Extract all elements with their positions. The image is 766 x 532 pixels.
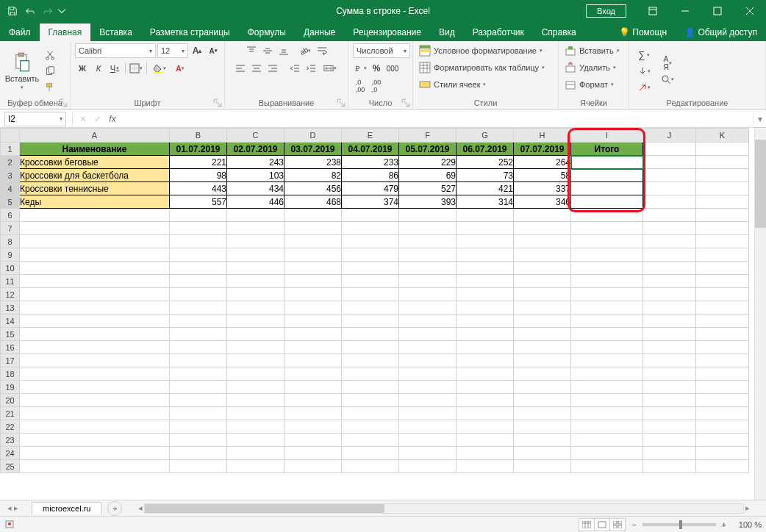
row-header[interactable]: 8 [1,235,20,248]
cell[interactable] [284,328,342,341]
cell[interactable] [342,341,399,354]
cell[interactable] [170,407,227,420]
cell[interactable] [643,301,696,314]
cell[interactable] [571,328,643,341]
cell[interactable] [571,354,643,367]
cell[interactable] [643,341,696,354]
cell[interactable] [571,262,643,275]
cell[interactable] [227,248,284,262]
cell[interactable] [399,301,457,314]
cell[interactable]: 346 [514,195,571,209]
cell[interactable] [457,381,514,394]
cell[interactable] [514,301,571,314]
cell[interactable] [457,341,514,354]
cell[interactable]: 02.07.2019 [227,143,284,156]
cell[interactable] [571,195,643,209]
cell[interactable] [571,288,643,301]
cell[interactable] [227,262,284,275]
cell[interactable] [170,394,227,407]
cell[interactable] [571,314,643,328]
cell[interactable] [696,169,749,182]
paste-button[interactable]: Вставить ▾ [4,47,40,96]
cell[interactable] [170,209,227,222]
cell[interactable] [20,235,170,248]
cell[interactable] [342,262,399,275]
cell[interactable] [399,447,457,460]
cell[interactable] [514,275,571,288]
zoom-out-icon[interactable]: − [631,520,636,529]
fx-icon[interactable]: fx [105,112,120,126]
cell[interactable] [227,407,284,420]
row-header[interactable]: 12 [1,288,20,301]
cell[interactable]: 86 [342,169,399,182]
row-header[interactable]: 11 [1,275,20,288]
cell[interactable]: 374 [342,195,399,209]
cell[interactable] [643,235,696,248]
cell[interactable] [399,275,457,288]
cell[interactable] [696,354,749,367]
cell[interactable] [399,367,457,381]
cell[interactable] [457,328,514,341]
italic-button[interactable]: К [91,61,106,76]
tab-data[interactable]: Данные [295,24,344,41]
number-format-combo[interactable]: Числовой▾ [353,43,410,58]
increase-indent-icon[interactable] [304,61,318,76]
align-left-icon[interactable] [233,61,248,76]
cell[interactable] [170,222,227,235]
cell[interactable] [696,460,749,473]
cell[interactable] [284,235,342,248]
cell[interactable] [514,314,571,328]
cell[interactable] [457,447,514,460]
cell[interactable] [399,394,457,407]
cell[interactable] [170,367,227,381]
cell[interactable] [696,367,749,381]
cell[interactable]: Наименование [20,143,170,156]
cell[interactable] [514,420,571,434]
cell[interactable] [696,328,749,341]
cell[interactable] [514,354,571,367]
row-header[interactable]: 25 [1,460,20,473]
increase-font-icon[interactable]: A▴ [190,43,204,58]
save-icon[interactable] [4,3,21,19]
cell[interactable] [514,407,571,420]
cell[interactable] [643,354,696,367]
cell[interactable] [571,394,643,407]
enter-formula-icon[interactable]: ✓ [90,112,105,126]
cell[interactable] [399,381,457,394]
cell[interactable]: 446 [227,195,284,209]
cell[interactable] [571,275,643,288]
zoom-in-icon[interactable]: + [722,520,726,529]
cell[interactable] [643,143,696,156]
cell[interactable]: 98 [170,169,227,182]
expand-formula-bar-icon[interactable]: ▾ [753,112,766,126]
cell[interactable] [284,262,342,275]
cell[interactable] [696,341,749,354]
cell[interactable]: 252 [457,156,514,169]
cell[interactable] [696,262,749,275]
page-break-view-icon[interactable] [609,518,626,531]
cell[interactable] [399,222,457,235]
cell[interactable] [514,447,571,460]
cell[interactable]: 103 [227,169,284,182]
horizontal-scrollbar[interactable]: ◂▸ [137,503,751,514]
dialog-launcher-icon[interactable] [401,98,410,107]
row-header[interactable]: 17 [1,354,20,367]
cell[interactable] [514,209,571,222]
cell[interactable] [696,209,749,222]
cell[interactable] [227,235,284,248]
cell[interactable] [457,354,514,367]
format-painter-icon[interactable] [43,80,57,95]
cell[interactable] [643,328,696,341]
cell[interactable] [696,182,749,195]
row-header[interactable]: 22 [1,420,20,434]
tab-help[interactable]: Справка [533,24,585,41]
cell[interactable] [457,262,514,275]
cell[interactable] [227,288,284,301]
cell[interactable]: 421 [457,182,514,195]
cell[interactable] [571,156,643,169]
col-header[interactable]: D [284,129,342,143]
cell[interactable] [457,420,514,434]
row-header[interactable]: 9 [1,248,20,262]
cell[interactable] [342,275,399,288]
cell[interactable]: Кроссовки для баскетбола [20,169,170,182]
